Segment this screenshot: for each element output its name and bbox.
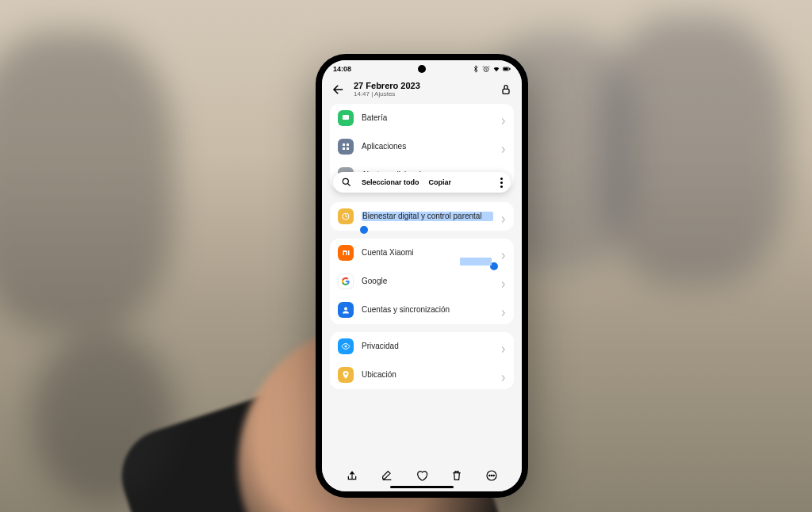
row-label: Cuenta Xiaomi	[362, 248, 493, 258]
more-options-icon[interactable]	[500, 178, 503, 188]
svg-point-13	[343, 178, 348, 184]
lock-icon[interactable]	[500, 83, 512, 96]
chevron-right-icon	[501, 249, 506, 257]
home-indicator[interactable]	[390, 486, 454, 488]
svg-rect-8	[343, 147, 345, 150]
edit-icon[interactable]	[381, 469, 393, 482]
battery-icon	[503, 65, 511, 73]
location-icon	[338, 367, 354, 383]
svg-rect-5	[343, 115, 349, 120]
chevron-right-icon	[501, 306, 506, 314]
chevron-right-icon	[501, 143, 506, 151]
svg-rect-3	[509, 68, 510, 70]
google-icon	[338, 273, 354, 289]
row-label: Ubicación	[362, 370, 493, 380]
header-title: 27 Febrero 2023	[354, 81, 492, 90]
settings-row[interactable]: Google	[330, 267, 514, 296]
camera-notch	[418, 65, 426, 73]
chevron-right-icon	[501, 277, 506, 285]
settings-group: PrivacidadUbicación	[330, 332, 514, 389]
svg-rect-2	[504, 68, 508, 71]
chevron-right-icon	[501, 371, 506, 379]
delete-icon[interactable]	[450, 469, 463, 482]
svg-point-19	[491, 475, 492, 476]
row-label: Google	[362, 277, 493, 286]
apps-icon	[338, 139, 354, 155]
svg-point-16	[345, 346, 347, 348]
row-label: Batería	[362, 113, 493, 123]
alarm-icon	[482, 65, 490, 73]
svg-point-18	[489, 475, 490, 476]
xiaomi-icon	[338, 245, 354, 261]
search-icon[interactable]	[341, 177, 352, 188]
select-all-button[interactable]: Seleccionar todo	[362, 178, 419, 186]
more-icon[interactable]	[485, 469, 498, 482]
wifi-icon	[492, 65, 500, 73]
text-selection-menu: Seleccionar todoCopiar	[333, 172, 511, 193]
chevron-right-icon	[501, 342, 506, 350]
row-label: Cuentas y sincronización	[362, 305, 493, 315]
svg-rect-6	[343, 143, 345, 146]
page-header: 27 Febrero 2023 14:47 | Ajustes	[322, 78, 522, 104]
battery-icon	[338, 110, 354, 126]
settings-list[interactable]: BateríaAplicacionesAjustes adicionalesSe…	[322, 104, 522, 460]
svg-point-15	[344, 308, 347, 311]
settings-row[interactable]: Ubicación	[330, 361, 514, 389]
svg-rect-4	[503, 89, 509, 94]
header-subtitle: 14:47 | Ajustes	[354, 90, 492, 97]
settings-row[interactable]: Bienestar digital y control parental	[330, 202, 514, 231]
svg-rect-7	[347, 143, 349, 146]
accounts-icon	[338, 302, 354, 318]
row-label: Bienestar digital y control parental	[362, 212, 493, 221]
settings-row[interactable]: Cuentas y sincronización	[330, 296, 514, 324]
svg-point-20	[493, 475, 494, 476]
bluetooth-icon	[472, 65, 480, 73]
settings-row[interactable]: Batería	[330, 104, 514, 132]
svg-rect-9	[347, 147, 349, 150]
wellbeing-icon	[338, 208, 354, 224]
settings-group: Seleccionar todoCopiarBienestar digital …	[330, 202, 514, 231]
back-arrow-icon[interactable]	[331, 82, 346, 97]
chevron-right-icon	[501, 114, 506, 122]
share-icon[interactable]	[346, 469, 358, 482]
phone-frame: 14:08 27 Febrero 2023 14:47 | Ajustes Ba…	[316, 54, 528, 498]
settings-row[interactable]: Privacidad	[330, 332, 514, 361]
row-label: Privacidad	[362, 342, 493, 351]
status-icons	[472, 65, 511, 73]
settings-row[interactable]: Aplicaciones	[330, 132, 514, 161]
chevron-right-icon	[501, 212, 506, 220]
phone-screen: 14:08 27 Febrero 2023 14:47 | Ajustes Ba…	[322, 60, 522, 491]
settings-row[interactable]: Cuenta Xiaomi	[330, 239, 514, 267]
row-label: Aplicaciones	[362, 142, 493, 151]
status-time: 14:08	[333, 65, 351, 73]
settings-group: Cuenta XiaomiGoogleCuentas y sincronizac…	[330, 239, 514, 324]
selection-handle-start[interactable]	[360, 226, 368, 234]
privacy-icon	[338, 338, 354, 354]
favorite-icon[interactable]	[416, 469, 428, 482]
copy-button[interactable]: Copiar	[429, 178, 452, 186]
